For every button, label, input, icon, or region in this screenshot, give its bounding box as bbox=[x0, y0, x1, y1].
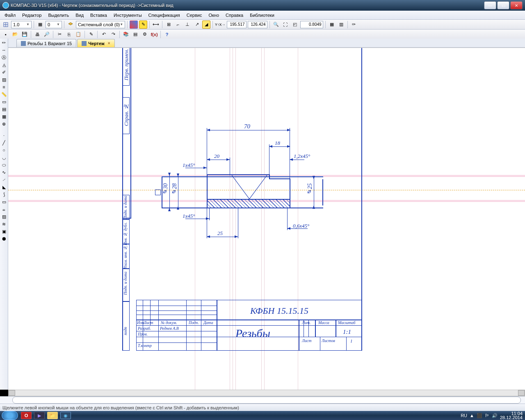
measure-icon[interactable]: 📏 bbox=[1, 91, 7, 98]
tray-flag-icon[interactable]: ▲ bbox=[470, 413, 474, 418]
snap-perp-icon[interactable]: ⊥ bbox=[183, 21, 192, 29]
ortho-icon[interactable]: ↗ bbox=[193, 21, 201, 29]
arc-icon[interactable]: ◡ bbox=[1, 154, 7, 161]
rect-icon[interactable]: ▭ bbox=[1, 199, 7, 205]
assm-icon[interactable]: ⬢ bbox=[1, 235, 7, 242]
report-icon[interactable]: ▦ bbox=[1, 113, 7, 120]
close-button[interactable]: ✕ bbox=[510, 1, 523, 9]
menu-file[interactable]: Файл bbox=[2, 11, 18, 19]
menu-view[interactable]: Вид bbox=[73, 11, 87, 19]
layers-button[interactable] bbox=[66, 21, 75, 29]
dim-icon[interactable]: ↔ bbox=[1, 47, 7, 53]
page-icon[interactable]: ▥ bbox=[337, 21, 345, 29]
tray-network-icon[interactable]: 🏳 bbox=[485, 413, 489, 418]
explorer-icon[interactable]: 📁 bbox=[47, 412, 58, 419]
scale-combo[interactable]: 1.0▼ bbox=[11, 21, 32, 28]
tab-chertezh[interactable]: Чертеж × bbox=[77, 39, 114, 47]
menu-tools[interactable]: Инструменты bbox=[111, 11, 145, 19]
params-icon[interactable]: ⚙ bbox=[141, 30, 149, 39]
fx-icon[interactable]: f(x) bbox=[150, 30, 158, 39]
tab-close-icon[interactable]: × bbox=[108, 41, 110, 46]
copy-icon[interactable]: ⎘ bbox=[65, 30, 73, 39]
rough-icon[interactable]: ◬ bbox=[1, 62, 7, 68]
grid-icon[interactable]: ⊞ bbox=[164, 21, 173, 29]
minimize-button[interactable]: — bbox=[484, 1, 496, 9]
menu-service[interactable]: Сервис bbox=[184, 11, 205, 19]
fillet-icon[interactable]: ⟆ bbox=[1, 191, 7, 198]
stamp-sprav: Справ. № bbox=[123, 103, 130, 126]
polyline-icon[interactable]: ⟋ bbox=[1, 176, 7, 183]
break-icon[interactable]: ⏛ bbox=[1, 206, 7, 212]
proj-icon[interactable]: ▣ bbox=[1, 228, 7, 235]
start-button[interactable] bbox=[2, 411, 18, 420]
snap-end-icon[interactable]: ⌐ bbox=[174, 21, 182, 29]
menu-spec[interactable]: Спецификация bbox=[146, 11, 183, 19]
tray-volume-icon[interactable]: 🔊 bbox=[492, 413, 498, 418]
tab-rezby-variant[interactable]: Резьбы 1 Вариант 15 bbox=[16, 39, 76, 47]
select-icon[interactable]: ▭ bbox=[1, 98, 7, 105]
highlight-button[interactable]: ✎ bbox=[139, 21, 147, 29]
scroll-right-button[interactable] bbox=[518, 390, 525, 396]
open-icon[interactable]: 📂 bbox=[11, 30, 19, 39]
circle-icon[interactable]: ○ bbox=[1, 147, 7, 153]
menu-libraries[interactable]: Библиотеки bbox=[247, 11, 277, 19]
dim-c4: 0,6x45° bbox=[293, 223, 309, 229]
layer-button-1[interactable]: ▦ bbox=[36, 21, 44, 29]
menu-editor[interactable]: Редактор bbox=[19, 11, 44, 19]
lib-icon[interactable]: 📚 bbox=[122, 30, 130, 39]
round-icon[interactable]: ◢ bbox=[202, 21, 210, 29]
cut-icon[interactable]: ✂ bbox=[55, 30, 64, 39]
scroll-left-button[interactable] bbox=[9, 390, 15, 396]
drawing-canvas[interactable]: Перв. примен. Справ. № Подп. и дата Инв.… bbox=[8, 48, 525, 390]
mediaplayer-icon[interactable]: ▶ bbox=[34, 412, 45, 419]
save-icon[interactable]: 💾 bbox=[21, 30, 29, 39]
zoom-fit-icon[interactable]: ⛶ bbox=[281, 21, 290, 29]
text-icon[interactable]: Ⓐ bbox=[1, 54, 7, 61]
zoom-window-icon[interactable]: ◰ bbox=[291, 21, 299, 29]
opera-icon[interactable]: O bbox=[21, 412, 32, 419]
new-icon[interactable]: ▪ bbox=[2, 30, 10, 39]
maximize-button[interactable]: ▭ bbox=[497, 1, 509, 9]
hatch2-icon[interactable]: ▨ bbox=[1, 213, 7, 220]
spline-icon[interactable]: ∿ bbox=[1, 169, 7, 176]
insert-icon[interactable]: ⊕ bbox=[1, 121, 7, 127]
print-icon[interactable]: 🖶 bbox=[33, 30, 41, 39]
dimension-icon[interactable]: ⟷ bbox=[152, 21, 160, 29]
line-icon[interactable]: ╱ bbox=[1, 139, 7, 146]
command-input[interactable] bbox=[12, 397, 521, 404]
dim-dia28: ⌀28 bbox=[171, 183, 178, 196]
spec2-icon[interactable]: ▤ bbox=[1, 106, 7, 112]
redo-icon[interactable]: ↷ bbox=[109, 30, 117, 39]
tray-clock[interactable]: 11:04 28.12.2014 bbox=[500, 411, 523, 420]
undo-icon[interactable]: ↶ bbox=[100, 30, 108, 39]
tray-lang[interactable]: RU bbox=[461, 413, 467, 418]
layer-combo[interactable]: Системный слой (0)▼ bbox=[76, 21, 125, 28]
preview-icon[interactable]: 🔎 bbox=[43, 30, 51, 39]
grid-toggle-icon[interactable]: ▦ bbox=[328, 21, 336, 29]
point-icon[interactable]: · bbox=[1, 132, 7, 139]
help-icon[interactable]: ? bbox=[163, 30, 171, 39]
chamfer-icon[interactable]: ◣ bbox=[1, 184, 7, 190]
ellipse-icon[interactable]: ⬭ bbox=[1, 162, 7, 168]
equid-icon[interactable]: ≋ bbox=[1, 221, 7, 227]
spec-icon[interactable]: ▤ bbox=[131, 30, 139, 39]
kompas-task-icon[interactable]: ◉ bbox=[60, 412, 71, 419]
menu-select[interactable]: Выделить bbox=[45, 11, 72, 19]
tb-list: Лист bbox=[144, 320, 153, 325]
horizontal-scrollbar[interactable] bbox=[8, 390, 525, 396]
menu-help[interactable]: Справка bbox=[223, 11, 246, 19]
zoom-in-icon[interactable]: 🔍 bbox=[272, 21, 280, 29]
color-button[interactable] bbox=[130, 21, 138, 29]
sketch-icon[interactable]: ✑ bbox=[350, 21, 358, 29]
style-icon[interactable]: ✎ bbox=[87, 30, 95, 39]
menu-insert[interactable]: Вставка bbox=[87, 11, 110, 19]
tray-nvidia-icon[interactable]: ⬛ bbox=[477, 413, 482, 418]
hatch-icon[interactable]: ▨ bbox=[1, 76, 7, 83]
paste-icon[interactable]: 📋 bbox=[74, 30, 82, 39]
geom-icon[interactable]: ✏ bbox=[1, 39, 7, 46]
param-icon[interactable]: ≡ bbox=[1, 84, 7, 90]
view-state-button[interactable] bbox=[2, 21, 10, 29]
edit-icon[interactable]: ✐ bbox=[1, 69, 7, 75]
step-combo[interactable]: 0▼ bbox=[46, 21, 62, 28]
menu-window[interactable]: Окно bbox=[205, 11, 222, 19]
